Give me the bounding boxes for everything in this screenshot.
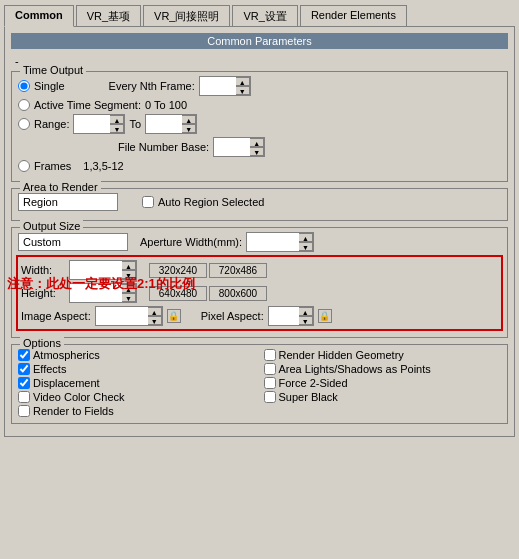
tab-vr-settings[interactable]: VR_设置 — [232, 5, 297, 27]
range-to-label: To — [129, 118, 141, 130]
time-output-title: Time Output — [20, 64, 86, 76]
super-black-checkbox[interactable] — [264, 391, 276, 403]
atmospherics-checkbox[interactable] — [18, 349, 30, 361]
single-label: Single — [34, 80, 65, 92]
range-radio[interactable] — [18, 118, 30, 130]
pixel-aspect-up[interactable]: ▲ — [299, 307, 313, 316]
res-800x600[interactable]: 800x600 — [209, 286, 267, 301]
file-number-btns: ▲ ▼ — [250, 138, 264, 156]
active-time-radio[interactable] — [18, 99, 30, 111]
output-size-title: Output Size — [20, 220, 83, 232]
file-number-down[interactable]: ▼ — [250, 147, 264, 156]
render-hidden-checkbox[interactable] — [264, 349, 276, 361]
annotation-text: 注意：此处一定要设置2:1的比例 — [7, 275, 195, 293]
displacement-label: Displacement — [33, 377, 100, 389]
output-size-dropdown-row: Custom Aperture Width(mm): 36.0 ▲ ▼ — [18, 232, 501, 252]
image-aspect-spinner[interactable]: 2.00000 ▲ ▼ — [95, 306, 163, 326]
width-up[interactable]: ▲ — [122, 261, 136, 270]
every-nth-up[interactable]: ▲ — [236, 77, 250, 86]
active-time-row: Active Time Segment: 0 To 100 — [18, 99, 501, 111]
aperture-input[interactable]: 36.0 — [247, 233, 299, 251]
area-dropdown[interactable]: Region — [18, 193, 118, 211]
file-number-spinner[interactable]: 0 ▲ ▼ — [213, 137, 265, 157]
pixel-aspect-input[interactable]: 1.0 — [269, 307, 299, 325]
pixel-aspect-down[interactable]: ▼ — [299, 316, 313, 325]
pixel-aspect-lock[interactable]: 🔒 — [318, 309, 332, 323]
force-2-sided-checkbox[interactable] — [264, 377, 276, 389]
file-number-up[interactable]: ▲ — [250, 138, 264, 147]
option-video-color: Video Color Check — [18, 391, 256, 403]
options-group: Options Atmospherics Render Hidden Geome… — [11, 344, 508, 424]
output-size-dropdown-wrap: Custom — [18, 233, 128, 251]
section-title: Common Parameters — [11, 33, 508, 49]
displacement-checkbox[interactable] — [18, 377, 30, 389]
aperture-down[interactable]: ▼ — [299, 242, 313, 251]
range-to-spinner[interactable]: 100 ▲ ▼ — [145, 114, 197, 134]
pixel-aspect-spinner[interactable]: 1.0 ▲ ▼ — [268, 306, 314, 326]
tab-vr-basic[interactable]: VR_基项 — [76, 5, 141, 27]
option-force-2-sided: Force 2-Sided — [264, 377, 502, 389]
auto-region-checkbox[interactable] — [142, 196, 154, 208]
pixel-aspect-label: Pixel Aspect: — [201, 310, 264, 322]
options-title: Options — [20, 337, 64, 349]
file-number-input[interactable]: 0 — [214, 138, 250, 156]
tab-render-elements[interactable]: Render Elements — [300, 5, 407, 27]
image-aspect-lock[interactable]: 🔒 — [167, 309, 181, 323]
frames-value: 1,3,5-12 — [83, 160, 123, 172]
range-from-input[interactable]: 0 — [74, 115, 110, 133]
range-to-down[interactable]: ▼ — [182, 124, 196, 133]
single-radio[interactable] — [18, 80, 30, 92]
frames-radio[interactable] — [18, 160, 30, 172]
res-720x486[interactable]: 720x486 — [209, 263, 267, 278]
every-nth-label: Every Nth Frame: — [109, 80, 195, 92]
every-nth-spinner[interactable]: 1 ▲ ▼ — [199, 76, 251, 96]
highlight-region: Width: 4000 ▲ ▼ 320x240 720x486 Height: — [16, 255, 503, 331]
video-color-label: Video Color Check — [33, 391, 125, 403]
render-to-fields-label: Render to Fields — [33, 405, 114, 417]
force-2-sided-label: Force 2-Sided — [279, 377, 348, 389]
video-color-checkbox[interactable] — [18, 391, 30, 403]
frames-row: Frames 1,3,5-12 — [18, 160, 501, 172]
range-to-up[interactable]: ▲ — [182, 115, 196, 124]
image-aspect-down[interactable]: ▼ — [148, 316, 162, 325]
every-nth-input[interactable]: 1 — [200, 77, 236, 95]
pixel-aspect-btns: ▲ ▼ — [299, 307, 313, 325]
range-to-input[interactable]: 100 — [146, 115, 182, 133]
option-area-lights: Area Lights/Shadows as Points — [264, 363, 502, 375]
auto-region-label: Auto Region Selected — [158, 196, 264, 208]
option-atmospherics: Atmospherics — [18, 349, 256, 361]
range-from-spinner[interactable]: 0 ▲ ▼ — [73, 114, 125, 134]
image-aspect-up[interactable]: ▲ — [148, 307, 162, 316]
main-panel: 注意：此处一定要设置2:1的比例 Common Parameters - Tim… — [4, 26, 515, 437]
file-number-row: File Number Base: 0 ▲ ▼ — [18, 137, 501, 157]
area-to-render-group: Area to Render Region Auto Region Select… — [11, 188, 508, 221]
aperture-btns: ▲ ▼ — [299, 233, 313, 251]
image-aspect-btns: ▲ ▼ — [148, 307, 162, 325]
active-time-value: 0 To 100 — [145, 99, 187, 111]
image-aspect-row: Image Aspect: 2.00000 ▲ ▼ 🔒 Pixel Aspect… — [21, 306, 498, 326]
tab-vr-indirect[interactable]: VR_间接照明 — [143, 5, 230, 27]
area-dropdown-wrap: Region — [18, 193, 118, 211]
option-effects: Effects — [18, 363, 256, 375]
atmospherics-label: Atmospherics — [33, 349, 100, 361]
tab-common[interactable]: Common — [4, 5, 74, 27]
range-from-up[interactable]: ▲ — [110, 115, 124, 124]
tab-bar: Common VR_基项 VR_间接照明 VR_设置 Render Elemen… — [0, 0, 519, 26]
aperture-up[interactable]: ▲ — [299, 233, 313, 242]
effects-checkbox[interactable] — [18, 363, 30, 375]
every-nth-down[interactable]: ▼ — [236, 86, 250, 95]
render-to-fields-checkbox[interactable] — [18, 405, 30, 417]
area-lights-checkbox[interactable] — [264, 363, 276, 375]
area-render-row: Region Auto Region Selected — [18, 193, 501, 211]
range-label: Range: — [34, 118, 69, 130]
every-nth-spinner-btns: ▲ ▼ — [236, 77, 250, 95]
aperture-spinner[interactable]: 36.0 ▲ ▼ — [246, 232, 314, 252]
output-size-dropdown[interactable]: Custom — [18, 233, 128, 251]
active-time-label: Active Time Segment: — [34, 99, 141, 111]
image-aspect-input[interactable]: 2.00000 — [96, 307, 148, 325]
file-number-label: File Number Base: — [118, 141, 209, 153]
frames-label: Frames — [34, 160, 71, 172]
height-down[interactable]: ▼ — [122, 293, 136, 302]
aperture-label: Aperture Width(mm): — [140, 236, 242, 248]
range-from-down[interactable]: ▼ — [110, 124, 124, 133]
